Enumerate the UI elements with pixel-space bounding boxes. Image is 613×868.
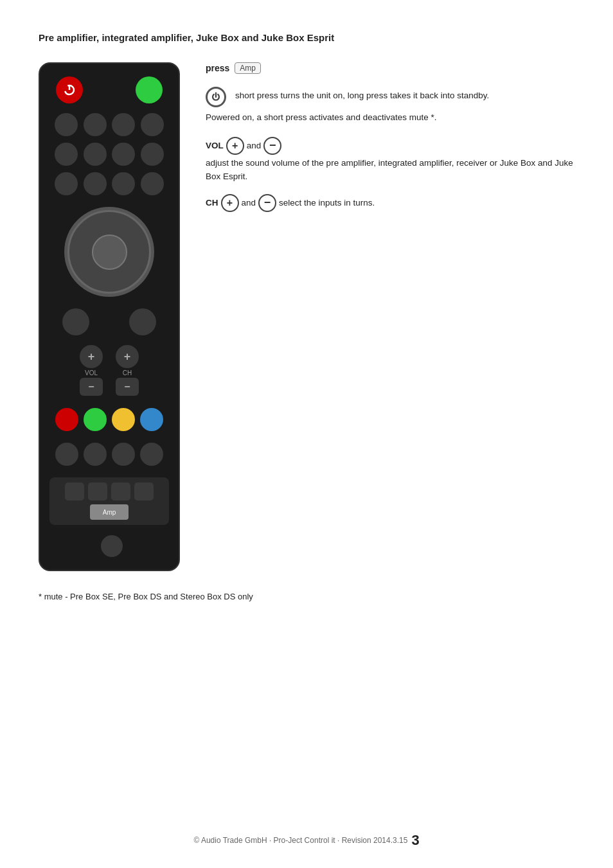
- ch-minus-icon: −: [258, 194, 276, 212]
- ch-plus-icon: +: [221, 194, 239, 212]
- remote-control: + VOL − + CH −: [39, 62, 180, 571]
- page-title: Pre amplifier, integrated amplifier, Juk…: [39, 32, 574, 43]
- btn-r2-4[interactable]: [141, 143, 164, 166]
- color-buttons: [55, 408, 163, 431]
- power-button[interactable]: [56, 76, 83, 103]
- btn-r2-2[interactable]: [84, 143, 107, 166]
- btn-d1[interactable]: [55, 443, 78, 466]
- ch-line: CH + and − select the inputs in turns.: [206, 194, 574, 212]
- btn-d3[interactable]: [112, 443, 135, 466]
- bottom-section: Amp: [49, 477, 169, 525]
- button-row-2: [49, 143, 169, 166]
- remote-bottom-row: [96, 535, 123, 557]
- btn-wide-left[interactable]: [62, 308, 89, 335]
- ch-label: CH: [123, 369, 132, 376]
- press-label: press: [206, 63, 229, 73]
- green-button[interactable]: [84, 408, 107, 431]
- power-desc1: short press turns the unit on, long pres…: [235, 87, 489, 103]
- btn-r3-3[interactable]: [112, 172, 135, 195]
- button-row-3: [49, 172, 169, 195]
- right-content: press Amp short press turns the unit on,…: [206, 62, 574, 222]
- dpad[interactable]: [64, 207, 154, 297]
- num-btn-2[interactable]: [88, 483, 107, 500]
- btn-r2-3[interactable]: [112, 143, 135, 166]
- ch-desc: select the inputs in turns.: [279, 198, 375, 208]
- vol-plus-icon: +: [226, 137, 244, 155]
- press-line: press Amp: [206, 62, 574, 74]
- footer-text: © Audio Trade GmbH · Pro-Ject Control it…: [193, 836, 407, 845]
- vol-ch-section: + VOL − + CH −: [80, 345, 139, 396]
- btn-r3-1[interactable]: [55, 172, 78, 195]
- vol-minus-icon: −: [263, 137, 281, 155]
- btn-r1-3[interactable]: [112, 113, 135, 136]
- vol-prefix: VOL: [206, 136, 224, 155]
- btn-wide-right[interactable]: [129, 308, 156, 335]
- bottom-dark-button[interactable]: [101, 535, 123, 557]
- num-btn-4[interactable]: [134, 483, 154, 500]
- vol-minus-button[interactable]: −: [80, 378, 103, 396]
- ch-minus-button[interactable]: −: [116, 378, 139, 396]
- num-btn-3[interactable]: [111, 483, 130, 500]
- footnote: * mute - Pre Box SE, Pre Box DS and Ster…: [39, 590, 574, 604]
- amp-label-button[interactable]: Amp: [90, 504, 129, 520]
- power-icon-inline: [206, 87, 226, 107]
- btn-r2-1[interactable]: [55, 143, 78, 166]
- blue-button[interactable]: [140, 408, 163, 431]
- btn-d4[interactable]: [140, 443, 163, 466]
- btn-r3-4[interactable]: [141, 172, 164, 195]
- power-desc2: Powered on, a short press activates and …: [206, 111, 574, 125]
- wide-row: [49, 308, 169, 335]
- yellow-button[interactable]: [112, 408, 135, 431]
- num-btn-1[interactable]: [65, 483, 84, 500]
- vol-group: + VOL −: [80, 345, 103, 396]
- power-description-block: short press turns the unit on, long pres…: [206, 87, 574, 125]
- btn-d2[interactable]: [84, 443, 107, 466]
- vol-and-text: and: [247, 136, 262, 155]
- page-footer: © Audio Trade GmbH · Pro-Ject Control it…: [0, 832, 613, 849]
- button-row-1: [49, 113, 169, 136]
- vol-line: VOL + and − adjust the sound volume of t…: [206, 136, 574, 184]
- btn-r1-4[interactable]: [141, 113, 164, 136]
- remote-top-row: [49, 76, 169, 103]
- ch-group: + CH −: [116, 345, 139, 396]
- btn-r3-2[interactable]: [84, 172, 107, 195]
- red-button[interactable]: [55, 408, 78, 431]
- ch-and-text: and: [242, 198, 256, 208]
- btn-r1-2[interactable]: [84, 113, 107, 136]
- page-number: 3: [411, 832, 419, 849]
- ch-prefix: CH: [206, 198, 218, 208]
- footnote-text: * mute - Pre Box SE, Pre Box DS and Ster…: [39, 590, 574, 604]
- vol-desc: adjust the sound volume of the pre ampli…: [206, 157, 574, 184]
- dark-button-row: [55, 443, 163, 466]
- amp-badge: Amp: [235, 62, 261, 74]
- vol-label: VOL: [85, 369, 98, 376]
- btn-r1-1[interactable]: [55, 113, 78, 136]
- green-top-button[interactable]: [136, 76, 163, 103]
- num-row-1: [53, 483, 165, 500]
- ch-plus-button[interactable]: +: [116, 345, 139, 368]
- vol-plus-button[interactable]: +: [80, 345, 103, 368]
